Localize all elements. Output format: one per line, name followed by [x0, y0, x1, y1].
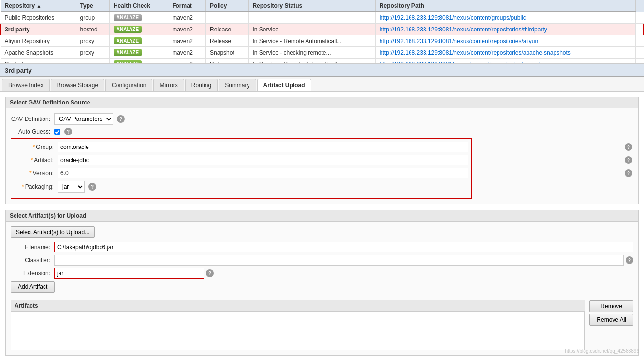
cell-name: Aliyun Repository [1, 35, 76, 47]
remove-button[interactable]: Remove [589, 300, 633, 312]
cell-health: ANALYZE [109, 47, 168, 59]
cell-name: Public Repositories [1, 12, 76, 24]
tab-browse-storage[interactable]: Browse Storage [51, 79, 104, 91]
artifacts-list [11, 312, 585, 350]
auto-guess-help-icon[interactable]: ? [64, 128, 72, 135]
col-policy[interactable]: Policy [206, 0, 249, 12]
cell-name: Apache Snapshots [1, 47, 76, 59]
version-input[interactable] [58, 168, 468, 178]
filename-label: Filename: [11, 244, 54, 251]
version-label: *Version: [14, 170, 58, 177]
tabs-bar: Browse IndexBrowse StorageConfigurationM… [0, 77, 644, 92]
analyze-button[interactable]: ANALYZE [114, 37, 142, 44]
cell-name: 3rd party [1, 24, 76, 35]
tab-artifact-upload[interactable]: Artifact Upload [257, 79, 311, 91]
artifact-section-title: Select Artifact(s) for Upload [6, 210, 638, 222]
group-label: *Group: [14, 144, 58, 150]
classifier-input[interactable] [54, 255, 624, 266]
tab-browse-index[interactable]: Browse Index [2, 79, 50, 91]
col-health-check[interactable]: Health Check [109, 0, 168, 12]
cell-health: ANALYZE [109, 35, 168, 47]
extension-label: Extension: [11, 270, 54, 277]
auto-guess-label: Auto Guess: [11, 128, 54, 135]
cell-path: http://192.168.233.129:8081/nexus/conten… [375, 47, 635, 59]
path-link[interactable]: http://192.168.233.129:8081/nexus/conten… [380, 38, 538, 44]
artifacts-label: Artifacts [11, 300, 585, 312]
cell-type: proxy [76, 47, 109, 59]
cell-status [249, 12, 375, 24]
path-link[interactable]: http://192.168.233.129:8081/nexus/conten… [380, 61, 541, 64]
group-help-icon[interactable]: ? [625, 143, 632, 151]
artifact-upload-section: Select Artifact(s) for Upload Select Art… [5, 210, 639, 356]
packaging-select[interactable]: jarwarpomearzip [58, 181, 85, 193]
path-link[interactable]: http://192.168.233.129:8081/nexus/conten… [380, 26, 547, 33]
artifacts-buttons: Remove Remove All [589, 300, 633, 350]
path-link[interactable]: http://192.168.233.129:8081/nexus/conten… [380, 15, 526, 21]
cell-type: proxy [76, 59, 109, 64]
extension-help-icon[interactable]: ? [206, 269, 214, 277]
artifact-label: *Artifact: [14, 157, 58, 163]
section-title: 3rd party [0, 64, 644, 77]
gav-definition-select[interactable]: GAV ParametersFrom POMAuto Detect [54, 113, 113, 125]
watermark: https://blog.csdn.net/qq_42583896 [565, 348, 639, 354]
group-input[interactable] [58, 142, 468, 152]
cell-status: In Service [249, 24, 375, 35]
auto-guess-checkbox[interactable] [54, 129, 60, 135]
remove-all-button[interactable]: Remove All [589, 314, 633, 326]
repository-table: Repository ▲ Type Health Check Format Po… [0, 0, 644, 63]
packaging-label: *Packaging: [14, 183, 58, 190]
cell-format: maven2 [168, 35, 206, 47]
add-artifact-button[interactable]: Add Artifact [11, 281, 55, 293]
col-status[interactable]: Repository Status [249, 0, 375, 12]
select-artifact-button[interactable]: Select Artifact(s) to Upload... [11, 226, 95, 238]
tab-mirrors[interactable]: Mirrors [153, 79, 184, 91]
cell-policy: Release [206, 59, 249, 64]
cell-type: group [76, 12, 109, 24]
analyze-button[interactable]: ANALYZE [114, 14, 142, 21]
table-row[interactable]: Apache SnapshotsproxyANALYZEmaven2Snapsh… [1, 47, 644, 59]
classifier-help-icon[interactable]: ? [626, 256, 633, 264]
tab-configuration[interactable]: Configuration [105, 79, 152, 91]
cell-type: hosted [76, 24, 109, 35]
artifact-input[interactable] [58, 155, 468, 165]
table-row[interactable]: CentralproxyANALYZEmaven2ReleaseIn Servi… [1, 59, 644, 64]
col-path[interactable]: Repository Path [375, 0, 635, 12]
col-type[interactable]: Type [76, 0, 109, 12]
classifier-label: Classifier: [11, 257, 54, 264]
cell-policy: Release [206, 24, 249, 35]
path-link[interactable]: http://192.168.233.129:8081/nexus/conten… [380, 49, 571, 56]
cell-status: In Service - Remote Automaticall... [249, 35, 375, 47]
tab-routing[interactable]: Routing [185, 79, 218, 91]
cell-health: ANALYZE [109, 59, 168, 64]
gav-help-icon[interactable]: ? [117, 115, 125, 123]
analyze-button[interactable]: ANALYZE [114, 26, 142, 33]
cell-path: http://192.168.233.129:8081/nexus/conten… [375, 24, 635, 35]
packaging-help-icon[interactable]: ? [88, 183, 96, 191]
table-row[interactable]: Public RepositoriesgroupANALYZEmaven2htt… [1, 12, 644, 24]
artifacts-area: Artifacts Remove Remove All [11, 300, 633, 350]
main-panel: Select GAV Definition Source GAV Definit… [0, 92, 644, 356]
extension-input[interactable] [54, 268, 204, 279]
gav-definition-label: GAV Definition: [11, 116, 54, 122]
cell-status: In Service - checking remote... [249, 47, 375, 59]
version-help-icon[interactable]: ? [625, 169, 632, 177]
cell-path: http://192.168.233.129:8081/nexus/conten… [375, 12, 635, 24]
analyze-button[interactable]: ANALYZE [114, 60, 142, 63]
col-format[interactable]: Format [168, 0, 206, 12]
gav-section: Select GAV Definition Source GAV Definit… [5, 97, 639, 204]
col-repository[interactable]: Repository ▲ [1, 0, 76, 12]
cell-status: In Service - Remote Automaticall... [249, 59, 375, 64]
cell-format: maven2 [168, 24, 206, 35]
tab-summary[interactable]: Summary [219, 79, 256, 91]
cell-path: http://192.168.233.129:8081/nexus/conten… [375, 35, 635, 47]
cell-health: ANALYZE [109, 12, 168, 24]
cell-format: maven2 [168, 59, 206, 64]
table-row[interactable]: Aliyun RepositoryproxyANALYZEmaven2Relea… [1, 35, 644, 47]
artifact-help-icon[interactable]: ? [625, 156, 632, 164]
cell-policy [206, 12, 249, 24]
analyze-button[interactable]: ANALYZE [114, 49, 142, 56]
cell-type: proxy [76, 35, 109, 47]
cell-path: http://192.168.233.129:8081/nexus/conten… [375, 59, 635, 64]
filename-input[interactable] [54, 242, 633, 252]
table-row[interactable]: 3rd partyhostedANALYZEmaven2ReleaseIn Se… [1, 24, 644, 35]
